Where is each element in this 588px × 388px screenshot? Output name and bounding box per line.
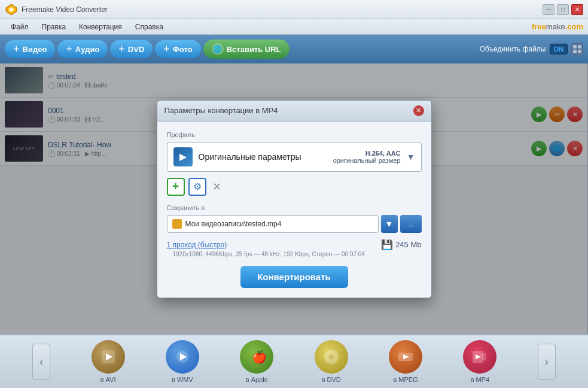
add-profile-button[interactable]: + xyxy=(167,178,185,196)
svg-point-9 xyxy=(329,354,334,359)
mpeg-icon xyxy=(389,340,422,374)
delete-profile-button[interactable]: ✕ xyxy=(210,178,224,196)
dvd-label: DVD xyxy=(128,45,144,54)
avi-icon xyxy=(92,340,125,374)
size-icon: 💾 xyxy=(381,239,393,250)
menu-bar: Файл Правка Конвертация Справка freemake… xyxy=(0,19,588,35)
browse-button[interactable]: ... xyxy=(400,215,422,233)
format-mpeg[interactable]: в MPEG xyxy=(389,340,422,383)
profile-size: оригинальный размер xyxy=(333,157,401,164)
close-button[interactable]: ✕ xyxy=(571,4,583,15)
svg-text:🍎: 🍎 xyxy=(252,350,266,364)
minimize-button[interactable]: ─ xyxy=(543,4,555,15)
merge-label: Объединить файлы xyxy=(480,45,546,53)
settings-profile-button[interactable]: ⚙ xyxy=(188,178,206,196)
format-dvd-label: в DVD xyxy=(322,376,341,383)
format-wmv-label: в WMV xyxy=(172,376,193,383)
logo-icon xyxy=(5,3,18,16)
format-apple-label: в Apple xyxy=(246,376,268,383)
folder-icon xyxy=(172,219,182,229)
mpeg-icon-svg xyxy=(397,348,415,366)
mp4-icon-svg xyxy=(471,348,489,366)
save-path-text: Мои видеозаписи\tested.mp4 xyxy=(185,220,282,228)
add-audio-button[interactable]: + Аудио xyxy=(57,40,108,58)
dropdown-arrow[interactable]: ▼ xyxy=(407,152,415,162)
apple-icon-svg: 🍎 xyxy=(248,348,266,366)
format-mpeg-label: в MPEG xyxy=(393,376,418,383)
plus-icon: + xyxy=(118,44,125,54)
apple-icon: 🍎 xyxy=(240,340,273,374)
add-photo-button[interactable]: + Фото xyxy=(155,40,200,58)
url-label: Вставить URL xyxy=(227,45,281,54)
profile-selector: ▶ Оригинальные параметры H.264, AAC ориг… xyxy=(167,142,422,172)
svg-rect-13 xyxy=(482,353,486,360)
menu-help[interactable]: Справка xyxy=(129,22,169,32)
conversion-dialog: Параметры конвертации в MP4 ✕ Профиль ▶ … xyxy=(157,100,432,298)
scroll-right-button[interactable]: › xyxy=(538,344,556,380)
profile-specs: H.264, AAC оригинальный размер xyxy=(333,150,401,164)
profile-text: Оригинальные параметры xyxy=(199,152,327,162)
window-controls: ─ □ ✕ xyxy=(543,4,583,15)
format-wmv[interactable]: в WMV xyxy=(166,340,199,383)
app-title: Freemake Video Converter xyxy=(22,5,108,14)
add-url-button[interactable]: 🌐 Вставить URL xyxy=(203,40,290,59)
add-video-button[interactable]: + Видео xyxy=(5,40,55,58)
merge-grid-icon xyxy=(571,43,583,55)
format-mp4-label: в MP4 xyxy=(471,376,490,383)
freemake-logo: freemake.com xyxy=(532,22,583,31)
quality-details: 1920x1080, 4496Kbps, 25 fps — 48 kHz, 19… xyxy=(167,251,422,257)
plus-icon: + xyxy=(13,44,20,54)
profile-label: Профиль xyxy=(167,131,422,138)
menu-file[interactable]: Файл xyxy=(5,22,35,32)
save-dropdown-button[interactable]: ▼ xyxy=(381,215,398,233)
add-dvd-button[interactable]: + DVD xyxy=(110,40,153,58)
save-row: Мои видеозаписи\tested.mp4 ▼ ... xyxy=(167,215,422,233)
menu-edit[interactable]: Правка xyxy=(36,22,72,32)
main-content: ✏ tested 🕐 00:07:04 🎞 файл 0001 🕐 00:04:… xyxy=(0,63,588,334)
dialog-body: Профиль ▶ Оригинальные параметры H.264, … xyxy=(157,122,431,298)
avi-icon-svg xyxy=(99,348,117,366)
dialog-title: Параметры конвертации в MP4 xyxy=(164,106,278,115)
merge-toggle[interactable]: ON xyxy=(550,44,568,54)
title-bar: Freemake Video Converter ─ □ ✕ xyxy=(0,0,588,19)
plus-icon: + xyxy=(66,44,72,54)
quality-link[interactable]: 1 проход (быстро) xyxy=(167,241,227,249)
audio-label: Аудио xyxy=(75,45,99,54)
app-logo: Freemake Video Converter xyxy=(5,3,108,16)
format-mp4[interactable]: в MP4 xyxy=(463,340,496,383)
format-apple[interactable]: 🍎 в Apple xyxy=(240,340,273,383)
photo-label: Фото xyxy=(173,45,193,54)
mp4-icon xyxy=(463,340,496,374)
wmv-icon xyxy=(166,340,199,374)
format-avi-label: в AVI xyxy=(100,376,116,383)
menu-convert[interactable]: Конвертация xyxy=(73,22,128,32)
plus-icon: + xyxy=(163,44,170,54)
convert-button[interactable]: Конвертировать xyxy=(240,266,348,288)
url-icon: 🌐 xyxy=(212,43,224,55)
profile-codec: H.264, AAC xyxy=(333,150,401,157)
save-label: Сохранить в xyxy=(167,204,422,211)
scroll-left-button[interactable]: ‹ xyxy=(32,344,50,380)
dvd-icon-svg xyxy=(322,348,340,366)
profile-icon: ▶ xyxy=(173,147,193,166)
dialog-title-bar: Параметры конвертации в MP4 ✕ xyxy=(157,101,431,122)
dvd-icon xyxy=(315,340,348,374)
bottom-bar: ‹ в AVI в WMV 🍎 в Apple xyxy=(0,334,588,388)
save-path-input[interactable]: Мои видеозаписи\tested.mp4 xyxy=(167,215,379,233)
profile-name: Оригинальные параметры xyxy=(199,152,327,162)
restore-button[interactable]: □ xyxy=(557,4,569,15)
size-value: 245 Mb xyxy=(395,240,421,249)
dialog-close-button[interactable]: ✕ xyxy=(413,105,424,116)
wmv-icon-svg xyxy=(173,348,191,366)
video-label: Видео xyxy=(23,45,47,54)
format-dvd[interactable]: в DVD xyxy=(315,340,348,383)
dialog-overlay: Параметры конвертации в MP4 ✕ Профиль ▶ … xyxy=(0,63,588,334)
merge-section: Объединить файлы ON xyxy=(480,43,583,55)
file-size: 💾 245 Mb xyxy=(381,239,421,250)
format-avi[interactable]: в AVI xyxy=(92,340,125,383)
toolbar: + Видео + Аудио + DVD + Фото 🌐 Вставить … xyxy=(0,35,588,63)
profile-actions: + ⚙ ✕ xyxy=(167,178,422,196)
quality-row: 💾 245 Mb 1 проход (быстро) 1920x1080, 44… xyxy=(167,239,422,257)
